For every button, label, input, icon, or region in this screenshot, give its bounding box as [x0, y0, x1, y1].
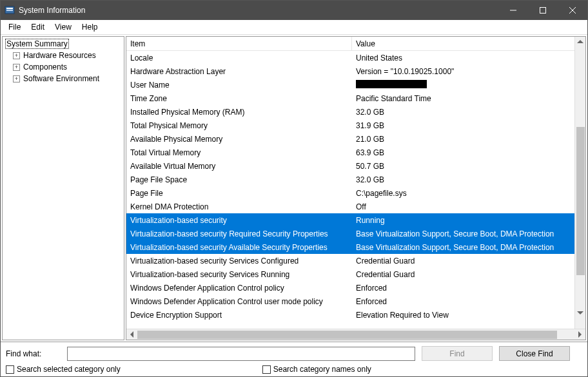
cell-value: Enforced — [352, 297, 574, 306]
list-row[interactable]: Virtualization-based securityRunning — [126, 213, 574, 227]
list-row[interactable]: Device Encryption SupportElevation Requi… — [126, 308, 574, 322]
column-header-item[interactable]: Item — [126, 37, 352, 50]
find-button[interactable]: Find — [422, 346, 493, 361]
horizontal-scrollbar[interactable] — [126, 329, 585, 340]
find-label: Find what: — [6, 349, 61, 358]
cell-value: Base Virtualization Support, Secure Boot… — [352, 243, 574, 252]
close-button[interactable] — [558, 1, 587, 20]
vertical-scrollbar[interactable] — [574, 37, 585, 329]
svg-rect-4 — [540, 8, 546, 14]
cell-value: Running — [352, 216, 574, 225]
svg-rect-1 — [6, 8, 13, 9]
cell-value: Elevation Required to View — [352, 311, 574, 320]
cell-item: Virtualization-based security Services R… — [126, 270, 352, 279]
checkbox-label: Search selected category only — [17, 365, 121, 374]
cell-value: Pacific Standard Time — [352, 94, 574, 103]
cell-value: 32.0 GB — [352, 175, 574, 184]
cell-item: Kernel DMA Protection — [126, 202, 352, 211]
find-panel: Find what: Find Close Find Search select… — [1, 342, 587, 376]
scroll-thumb[interactable] — [576, 127, 585, 275]
list-row[interactable]: Virtualization-based security Services C… — [126, 254, 574, 267]
list-row[interactable]: Page FileC:\pagefile.sys — [126, 186, 574, 200]
window-titlebar: System Information — [1, 1, 587, 20]
cell-value: Credential Guard — [352, 270, 574, 279]
list-row[interactable]: Total Physical Memory31.9 GB — [126, 119, 574, 132]
cell-value: 50.7 GB — [352, 162, 574, 171]
cell-value: 21.0 GB — [352, 135, 574, 144]
menu-help[interactable]: Help — [77, 21, 103, 33]
list-row[interactable]: Hardware Abstraction LayerVersion = "10.… — [126, 64, 574, 78]
expand-icon[interactable]: + — [13, 52, 20, 59]
cell-item: Virtualization-based security — [126, 216, 352, 225]
cell-item: Total Physical Memory — [126, 121, 352, 130]
expand-icon[interactable]: + — [13, 64, 20, 71]
cell-item: Virtualization-based security Available … — [126, 243, 352, 252]
list-row[interactable]: Virtualization-based security Required S… — [126, 227, 574, 240]
checkbox-search-selected-category[interactable]: Search selected category only — [6, 365, 121, 374]
checkbox-search-category-names[interactable]: Search category names only — [262, 365, 371, 374]
cell-item: Installed Physical Memory (RAM) — [126, 108, 352, 117]
list-row[interactable]: Kernel DMA ProtectionOff — [126, 200, 574, 213]
category-tree[interactable]: System Summary + Hardware Resources + Co… — [2, 36, 124, 340]
tree-node-hardware-resources[interactable]: + Hardware Resources — [12, 50, 122, 61]
checkbox-icon[interactable] — [6, 365, 14, 374]
list-row[interactable]: Time ZonePacific Standard Time — [126, 92, 574, 105]
tree-node-software-environment[interactable]: + Software Environment — [12, 73, 122, 84]
scroll-down-icon[interactable] — [577, 311, 583, 314]
cell-value: 31.9 GB — [352, 121, 574, 130]
cell-value: Credential Guard — [352, 256, 574, 266]
list-row[interactable]: Installed Physical Memory (RAM)32.0 GB — [126, 105, 574, 119]
cell-item: User Name — [126, 81, 352, 90]
cell-value: Base Virtualization Support, Secure Boot… — [352, 229, 574, 238]
minimize-button[interactable] — [498, 1, 528, 20]
scroll-left-icon[interactable] — [126, 329, 137, 340]
menu-edit[interactable]: Edit — [26, 21, 50, 33]
menubar: File Edit View Help — [1, 20, 587, 35]
cell-item: Virtualization-based security Services C… — [126, 256, 352, 266]
close-find-button[interactable]: Close Find — [499, 346, 570, 361]
hscroll-thumb[interactable] — [137, 331, 557, 339]
cell-value: Version = "10.0.19025.1000" — [352, 67, 574, 76]
cell-item: Windows Defender Application Control pol… — [126, 284, 352, 293]
cell-item: Page File — [126, 189, 352, 198]
tree-label: Components — [22, 62, 68, 72]
column-header-value[interactable]: Value — [352, 37, 574, 50]
window-title: System Information — [19, 6, 498, 15]
tree-node-components[interactable]: + Components — [12, 61, 122, 73]
app-icon — [5, 5, 15, 15]
tree-label: Software Environment — [22, 73, 101, 84]
tree-root-system-summary[interactable]: System Summary — [4, 38, 122, 50]
maximize-button[interactable] — [528, 1, 558, 20]
list-row[interactable]: User Name — [126, 78, 574, 92]
menu-view[interactable]: View — [50, 21, 77, 33]
cell-value: United States — [352, 53, 574, 63]
tree-label: Hardware Resources — [22, 50, 97, 61]
list-row[interactable]: Windows Defender Application Control use… — [126, 295, 574, 308]
list-row[interactable]: Total Virtual Memory63.9 GB — [126, 146, 574, 159]
cell-value — [352, 80, 574, 90]
menu-file[interactable]: File — [3, 21, 26, 33]
list-row[interactable]: Virtualization-based security Available … — [126, 240, 574, 254]
list-row[interactable]: Available Physical Memory21.0 GB — [126, 132, 574, 146]
cell-value: C:\pagefile.sys — [352, 189, 574, 198]
list-row[interactable]: Virtualization-based security Services R… — [126, 267, 574, 281]
cell-item: Available Virtual Memory — [126, 162, 352, 171]
cell-item: Device Encryption Support — [126, 311, 352, 320]
cell-value: Off — [352, 202, 574, 211]
column-headers[interactable]: Item Value — [126, 37, 574, 51]
cell-item: Locale — [126, 53, 352, 63]
cell-item: Windows Defender Application Control use… — [126, 297, 352, 306]
cell-item: Hardware Abstraction Layer — [126, 67, 352, 76]
scroll-up-icon[interactable] — [577, 40, 583, 43]
list-row[interactable]: Available Virtual Memory50.7 GB — [126, 159, 574, 173]
cell-value: 32.0 GB — [352, 108, 574, 117]
list-row[interactable]: Windows Defender Application Control pol… — [126, 281, 574, 295]
list-row[interactable]: LocaleUnited States — [126, 51, 574, 64]
cell-item: Page File Space — [126, 175, 352, 184]
expand-icon[interactable]: + — [13, 75, 20, 82]
tree-label: System Summary — [5, 39, 69, 49]
checkbox-icon[interactable] — [262, 365, 271, 374]
scroll-right-icon[interactable] — [574, 329, 585, 340]
find-input[interactable] — [67, 347, 415, 361]
list-row[interactable]: Page File Space32.0 GB — [126, 173, 574, 186]
